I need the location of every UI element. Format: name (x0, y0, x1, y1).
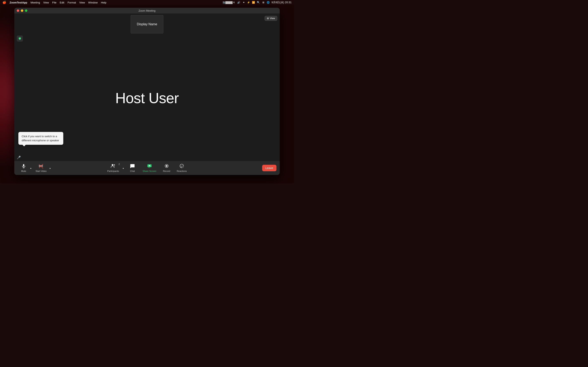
zoom-window: Zoom Meeting Display Name ⊞ View (14, 8, 280, 175)
menu-format[interactable]: Format (68, 1, 76, 4)
menu-window[interactable]: Window (88, 1, 98, 4)
menu-help[interactable]: Help (101, 1, 106, 4)
toolbar-center: Participants 2 ▲ Chat (105, 162, 189, 174)
view-label: View (270, 17, 275, 20)
mute-indicator: 🎤 (17, 156, 21, 159)
svg-point-5 (114, 164, 115, 166)
share-screen-label: Share Screen (143, 170, 156, 172)
notification-icon[interactable]: 🌐 (267, 1, 270, 4)
participants-area: Display Name ⊞ View Host User C (14, 13, 280, 161)
participants-icon (111, 164, 116, 169)
battery-icon: ▓▓▓▓ (227, 1, 231, 4)
svg-point-11 (182, 165, 182, 166)
volume-icon: 🔊 (237, 1, 241, 4)
toolbar: Mute ▲ Start Video ▲ (14, 161, 280, 175)
participants-count: 2 (119, 163, 120, 165)
chat-icon (130, 164, 135, 169)
record-label: Record (163, 170, 170, 172)
record-button[interactable]: Record (160, 162, 173, 174)
record-icon (164, 164, 169, 169)
menu-edit[interactable]: Edit (60, 1, 64, 4)
menu-file[interactable]: File (52, 1, 57, 4)
participants-button[interactable]: Participants 2 (105, 162, 121, 174)
chat-label: Chat (130, 170, 135, 172)
microphone-icon (21, 164, 26, 169)
svg-point-4 (112, 164, 113, 166)
minimize-button[interactable] (21, 9, 23, 12)
microphone-tooltip: Click if you want to switch to a differe… (18, 132, 63, 145)
search-icon[interactable]: 🔍 (257, 1, 260, 4)
control-center-icon[interactable]: ⊞ (262, 1, 265, 4)
window-controls (17, 9, 27, 12)
svg-rect-0 (23, 164, 24, 167)
menu-meeting[interactable]: Meeting (30, 1, 40, 4)
bluetooth-icon: ✦ (242, 1, 245, 4)
charging-icon: ⚡ (247, 1, 250, 4)
host-user-name: Host User (115, 90, 179, 106)
svg-point-10 (181, 165, 181, 166)
svg-point-8 (166, 165, 167, 167)
start-video-button[interactable]: Start Video (33, 162, 49, 174)
reactions-icon: + (180, 164, 184, 169)
svg-text:+: + (183, 167, 183, 168)
toolbar-right: Leave (262, 165, 277, 171)
maximize-button[interactable] (25, 9, 27, 12)
reactions-button[interactable]: + Reactions (174, 162, 189, 174)
chat-button[interactable]: Chat (126, 162, 139, 174)
menubar: 🍎 ZoomTestApp Meeting View File Edit For… (0, 0, 294, 5)
display-name-text: Display Name (137, 22, 157, 26)
participants-chevron[interactable]: ▲ (122, 166, 125, 170)
leave-button[interactable]: Leave (262, 165, 277, 171)
wifi-icon: 📶 (252, 1, 255, 4)
app-name[interactable]: ZoomTestApp (9, 1, 27, 4)
reactions-label: Reactions (177, 170, 187, 172)
menu-view2[interactable]: View (79, 1, 85, 4)
start-video-label: Start Video (35, 170, 47, 172)
close-button[interactable] (17, 9, 19, 12)
video-chevron[interactable]: ▲ (49, 166, 52, 170)
display-name-tile: Display Name (131, 15, 163, 33)
view-icon: ⊞ (267, 17, 269, 20)
window-title: Zoom Meeting (138, 9, 155, 12)
participants-label: Participants (107, 170, 119, 172)
mute-label: Mute (21, 170, 26, 172)
menu-view1[interactable]: View (43, 1, 49, 4)
keyboard-icon: A (232, 1, 236, 4)
titlebar: Zoom Meeting (14, 8, 280, 13)
share-screen-button[interactable]: Share Screen (140, 162, 159, 174)
datetime: 9月8日(水) 20:31 (272, 1, 292, 4)
top-bar: Display Name ⊞ View (14, 13, 280, 35)
apple-menu[interactable]: 🍎 (2, 1, 6, 4)
toolbar-left: Mute ▲ Start Video ▲ (17, 162, 52, 174)
mute-chevron[interactable]: ▲ (29, 166, 32, 170)
mute-button[interactable]: Mute (17, 162, 30, 174)
view-button[interactable]: ⊞ View (265, 16, 277, 21)
video-camera-icon (39, 164, 43, 169)
meeting-content: Display Name ⊞ View Host User C (14, 13, 280, 175)
share-screen-icon (147, 164, 152, 169)
tooltip-text: Click if you want to switch to a differe… (22, 135, 59, 142)
